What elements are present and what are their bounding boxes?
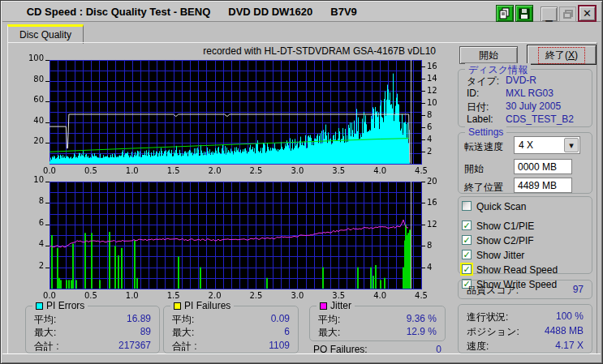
title-app: CD Speed : Disc Quality Test - BENQ [27,6,211,18]
jitter-group: Jitter 平均:9.36 % 最大:12.9 % [309,306,446,341]
tab-disc-quality[interactable]: Disc Quality [7,24,84,44]
close-icon: ✕ [583,7,592,19]
stat-row: 最大:89 [34,326,151,340]
stop-button[interactable]: 終了(X) [527,45,597,65]
checkbox-label: Show Jitter [476,250,524,261]
display-options-group: Quick Scan✓Show C1/PIE✓Show C2/PIF✓Show … [458,196,592,274]
pi-errors-legend-swatch [36,302,43,310]
stat-row: 合計 :217367 [34,340,151,353]
checkbox-box[interactable] [462,201,472,211]
checkbox-show-c1-pie[interactable]: ✓Show C1/PIE [462,221,592,232]
end-pos-field[interactable]: 4489 MB [514,178,572,193]
pi-errors-group-title: PI Errors [32,300,88,311]
save-button[interactable] [515,5,533,22]
minimize-button[interactable]: ▁ [541,6,558,22]
quality-score-group: 品質スコア:97 [458,280,592,299]
floppy-disk-icon [519,8,530,19]
tab-label: Disc Quality [19,29,71,41]
title-firmware: B7V9 [330,6,357,18]
stat-row: 平均:0.09 [172,313,290,327]
checkbox-quick-scan[interactable]: Quick Scan [462,201,592,212]
dropdown-arrow-icon[interactable]: ▾ [564,138,579,152]
pi-errors-group: PI Errors 平均:16.89 最大:89 合計 :217367 [25,306,160,353]
title-drive: DVD DD DW1620 [228,6,312,18]
checkbox-box[interactable]: ✓ [462,221,472,230]
maximize-button[interactable] [559,6,576,22]
checkbox-label: Quick Scan [476,201,526,212]
stat-row: 平均:16.89 [34,313,151,327]
checkbox-box[interactable]: ✓ [462,250,472,259]
titlebar[interactable]: CD Speed : Disc Quality Test - BENQDVD D… [2,2,601,22]
start-button[interactable]: 開始 [459,46,518,64]
settings-title: Settings [465,126,506,138]
stop-button-label: 終了(X) [538,47,585,64]
checkbox-label: Show Read Speed [476,264,558,276]
disc-info-group: ディスク情報 タイプ:DVD-R ID:MXL RG03 日付:30 July … [458,69,592,127]
end-pos-label: 終了位置 [464,181,503,195]
checkbox-box[interactable]: ✓ [462,235,472,245]
checkbox-list: Quick Scan✓Show C1/PIE✓Show C2/PIF✓Show … [459,201,592,290]
speed-dropdown[interactable]: 4 X ▾ [514,136,580,154]
quality-score-label: 品質スコア: [467,285,519,296]
checkbox-box[interactable]: ✓ [462,264,472,274]
pi-failures-group-title: PI Failures [170,300,234,311]
checkbox-label: Show C1/PIE [476,221,534,232]
progress-group: 進行状況:100 % ポジション:4488 MB 速度:4.17 X [458,304,592,353]
start-pos-label: 開始 [464,162,484,176]
pi-failures-group: PI Failures 平均:0.09 最大:6 合計 :1109 [163,306,299,353]
tabbar: Disc Quality [7,24,84,43]
copy-pages-icon [499,7,510,19]
quality-score-value: 97 [573,284,584,295]
jitter-group-title: Jitter [317,300,355,311]
jitter-chart [12,175,454,301]
pi-failures-legend-swatch [174,302,181,310]
checkbox-show-read-speed[interactable]: ✓Show Read Speed [462,264,592,276]
checkbox-show-c2-pif[interactable]: ✓Show C2/PIF [462,235,592,246]
start-pos-field[interactable]: 0000 MB [514,159,572,174]
speed-dropdown-value: 4 X [519,139,533,151]
stat-row: 最大:6 [172,326,290,340]
pi-errors-chart [12,51,454,174]
status-bar [2,353,601,362]
close-button[interactable]: ✕ [578,5,597,22]
app-window: CD Speed : Disc Quality Test - BENQDVD D… [0,0,603,364]
restore-icon [563,10,573,19]
checkbox-label: Show C2/PIF [476,235,534,246]
stat-row: 合計 :1109 [172,340,290,353]
speed-label: 転送速度 [464,140,503,154]
checkbox-show-jitter[interactable]: ✓Show Jitter [462,250,592,261]
stat-row: 最大:12.9 % [318,326,437,340]
stat-row: 平均:9.36 % [318,313,437,327]
copy-button[interactable] [496,5,514,22]
minimize-icon: ▁ [545,11,552,22]
jitter-legend-swatch [320,302,327,310]
